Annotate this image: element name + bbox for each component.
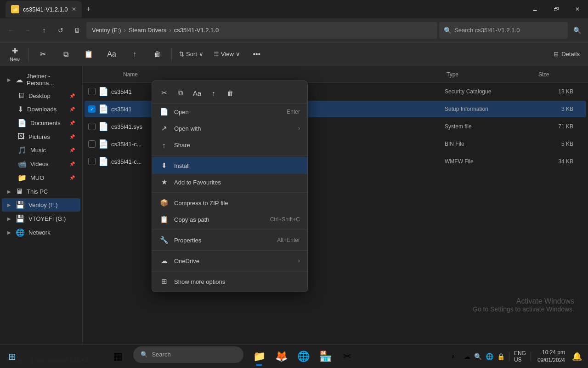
tray-search-icon[interactable]: 🔍 xyxy=(473,352,483,361)
taskbar-edge[interactable]: 🌐 xyxy=(293,346,313,367)
ctx-sep-4 xyxy=(152,250,307,251)
context-menu: ✂ ⧉ Aa ↑ 🗑 📄 Open Enter ↗ Open with › ↑ … xyxy=(152,80,308,292)
copy-button[interactable]: ⧉ xyxy=(55,44,77,64)
clock[interactable]: 10:24 pm 09/01/2024 xyxy=(534,349,569,364)
sidebar-item-thispc[interactable]: ▶ 🖥 This PC xyxy=(2,185,80,198)
tray-cloud-icon[interactable]: ☁ xyxy=(463,352,472,361)
up-button[interactable]: ↑ xyxy=(37,23,51,38)
new-tab-button[interactable]: + xyxy=(82,5,96,14)
sidebar-item-desktop[interactable]: 🖥 Desktop 📌 xyxy=(2,89,80,102)
new-button[interactable]: ✚ New xyxy=(4,44,26,64)
ctx-install-label: Install xyxy=(174,162,300,169)
breadcrumb-part3[interactable]: cs35l41-V1.2.1.0 xyxy=(174,27,219,34)
back-button[interactable]: ← xyxy=(4,23,18,38)
ctx-copy-path[interactable]: 📋 Copy as path Ctrl+Shift+C xyxy=(152,211,307,228)
tray-chevron[interactable]: ∧ xyxy=(445,348,462,365)
sidebar-item-ventoy[interactable]: ▶ 💾 Ventoy (F:) xyxy=(2,198,80,212)
checkbox-2[interactable] xyxy=(88,123,96,130)
view-button[interactable]: ☰ View ∨ xyxy=(209,44,245,64)
expand-icon-network: ▶ xyxy=(7,230,11,235)
sidebar-label-pictures: Pictures xyxy=(28,133,50,140)
breadcrumb-part1[interactable]: Ventoy (F:) xyxy=(92,27,121,34)
taskbar-snipping[interactable]: ✂ xyxy=(337,346,357,367)
taskbar-explorer[interactable]: 📁 xyxy=(249,346,269,367)
sidebar-item-music[interactable]: 🎵 Music 📌 xyxy=(2,144,80,157)
sidebar-item-vtoyefi[interactable]: ▶ 💾 VTOYEFI (G:) xyxy=(2,212,80,225)
ctx-compress[interactable]: 📦 Compress to ZIP file xyxy=(152,195,307,211)
ctx-properties-label: Properties xyxy=(174,237,271,244)
ctx-onedrive[interactable]: ☁ OneDrive › xyxy=(152,253,307,269)
install-icon: ⬇ xyxy=(159,161,169,170)
window-tab[interactable]: 📁 cs35l41-V1.2.1.0 ✕ xyxy=(6,1,82,17)
ctx-rename-button[interactable]: Aa xyxy=(190,86,204,100)
delete-button[interactable]: 🗑 xyxy=(147,44,169,64)
notification-button[interactable]: 🔔 xyxy=(570,349,584,364)
delete-icon: 🗑 xyxy=(154,50,161,58)
tray-globe-icon[interactable]: 🌐 xyxy=(484,352,495,361)
tray-shield-icon[interactable]: 🔒 xyxy=(496,352,506,361)
open-with-arrow: › xyxy=(298,125,300,132)
col-size-header[interactable]: Size xyxy=(538,71,584,78)
col-name-header[interactable]: Name xyxy=(110,71,447,78)
checkbox-1[interactable]: ✓ xyxy=(88,105,96,113)
ctx-install[interactable]: ⬇ Install xyxy=(152,157,307,174)
ctx-show-more[interactable]: ⊞ Show more options xyxy=(152,273,307,290)
checkbox-0[interactable] xyxy=(88,88,96,95)
ctx-share[interactable]: ↑ Share xyxy=(152,137,307,153)
sort-button[interactable]: ⇅ Sort ∨ xyxy=(175,44,208,64)
details-button[interactable]: ⊞ Details xyxy=(549,44,584,64)
start-button[interactable]: ⊞ xyxy=(4,348,20,365)
context-mini-toolbar: ✂ ⧉ Aa ↑ 🗑 xyxy=(152,83,307,104)
ctx-copy-button[interactable]: ⧉ xyxy=(173,86,188,100)
onedrive-arrow: › xyxy=(298,258,300,264)
sidebar-label-videos: Videos xyxy=(30,161,49,167)
taskbar-firefox[interactable]: 🦊 xyxy=(271,346,291,367)
ctx-share-button[interactable]: ↑ xyxy=(206,86,221,100)
sidebar-item-jhetner[interactable]: ▶ ☁ Jhetner - Persona... xyxy=(2,70,80,89)
sidebar-label-documents: Documents xyxy=(30,120,61,126)
more-button[interactable]: ••• xyxy=(246,44,268,64)
checkbox-3[interactable] xyxy=(88,140,96,148)
rename-button[interactable]: Aa xyxy=(101,44,123,64)
ctx-open-with[interactable]: ↗ Open with › xyxy=(152,120,307,137)
col-type-header[interactable]: Type xyxy=(447,71,538,78)
sidebar-item-videos[interactable]: 📹 Videos 📌 xyxy=(2,157,80,171)
location-button[interactable]: 🖥 xyxy=(70,23,85,38)
breadcrumb[interactable]: Ventoy (F:) › Steam Drivers › cs35l41-V1… xyxy=(86,22,437,39)
taskbar-widgets[interactable]: ▦ xyxy=(107,346,128,367)
tab-close-button[interactable]: ✕ xyxy=(72,6,76,12)
ctx-cut-button[interactable]: ✂ xyxy=(157,86,171,100)
ctx-open-shortcut: Enter xyxy=(287,109,300,115)
forward-button[interactable]: → xyxy=(20,23,35,38)
search-box[interactable]: 🔍 Search cs35l41-V1.2.1.0 xyxy=(439,22,568,39)
open-with-icon: ↗ xyxy=(159,124,169,133)
ctx-add-favourites[interactable]: ★ Add to Favourites xyxy=(152,174,307,190)
share-icon: ↑ xyxy=(133,50,136,58)
close-window-button[interactable]: ✕ xyxy=(567,0,588,18)
language-indicator[interactable]: ENGUS xyxy=(512,350,528,363)
tray-separator xyxy=(509,352,509,361)
checkbox-4[interactable] xyxy=(88,158,96,165)
file-size-2: 71 KB xyxy=(537,123,582,130)
ctx-delete-button[interactable]: 🗑 xyxy=(223,86,237,100)
sidebar-item-pictures[interactable]: 🖼 Pictures 📌 xyxy=(2,130,80,143)
paste-button[interactable]: 📋 xyxy=(78,44,100,64)
ctx-properties[interactable]: 🔧 Properties Alt+Enter xyxy=(152,232,307,248)
maximize-button[interactable]: 🗗 xyxy=(546,0,567,18)
search-button[interactable]: 🔍 xyxy=(570,23,584,38)
refresh-button[interactable]: ↺ xyxy=(53,23,68,38)
pin-icon-muo: 📌 xyxy=(69,175,75,180)
sidebar-item-muo[interactable]: 📁 MUO 📌 xyxy=(2,171,80,184)
ctx-open[interactable]: 📄 Open Enter xyxy=(152,104,307,120)
cut-button[interactable]: ✂ xyxy=(32,44,54,64)
toolbar-separator-2 xyxy=(171,47,172,61)
share-button[interactable]: ↑ xyxy=(124,44,146,64)
sidebar-item-network[interactable]: ▶ 🌐 Network xyxy=(2,226,80,239)
sidebar-item-documents[interactable]: 📄 Documents 📌 xyxy=(2,116,80,130)
breadcrumb-part2[interactable]: Steam Drivers xyxy=(129,27,166,34)
sidebar-item-downloads[interactable]: ⬇ Downloads 📌 xyxy=(2,103,80,116)
taskbar-search-box[interactable]: 🔍 Search xyxy=(133,346,243,363)
taskbar-store[interactable]: 🏪 xyxy=(315,346,335,367)
sort-icon: ⇅ xyxy=(179,51,184,58)
minimize-button[interactable]: 🗕 xyxy=(525,0,546,18)
